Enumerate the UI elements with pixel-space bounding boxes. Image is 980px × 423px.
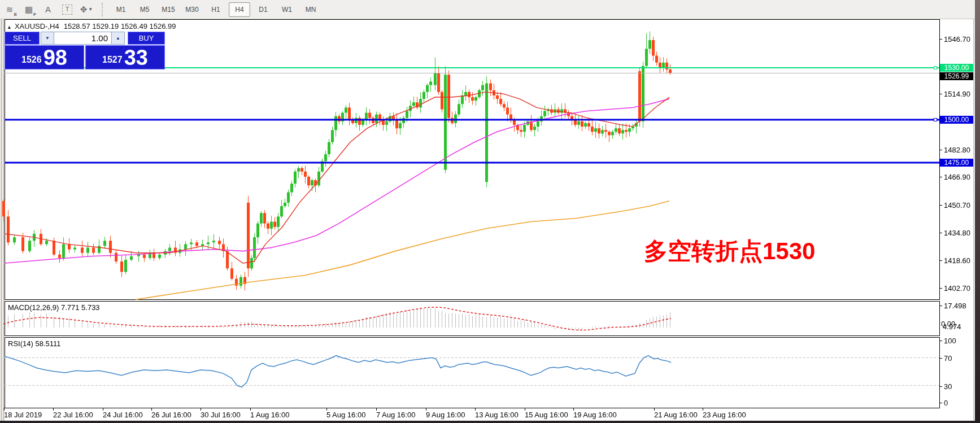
sell-price-display[interactable]: 1526 98 xyxy=(5,45,84,69)
mt4-terminal: ≋E▦FAT✥▼M1M5M15M30H1H4D1W1MN ▲XAUUSD-,H4… xyxy=(0,0,980,423)
collapse-trade-panel-icon[interactable]: ▲ xyxy=(7,24,12,30)
pattern-e-icon: ≋ xyxy=(6,5,14,15)
text-box-icon[interactable]: T xyxy=(58,2,76,18)
timeframe-w1-button[interactable]: W1 xyxy=(276,2,298,17)
price-tick-label: 1402.70 xyxy=(944,284,970,293)
main-toolbar: ≋E▦FAT✥▼M1M5M15M30H1H4D1W1MN xyxy=(0,0,975,19)
one-click-trading-panel: SELL ▼ ▲ BUY 1526 98 1527 33 xyxy=(5,32,165,69)
grid-f-icon-sub: F xyxy=(33,12,36,17)
price-tick-label: 1450.70 xyxy=(944,201,970,210)
rsi-level-label: 0 xyxy=(944,399,948,407)
time-axis-label: 30 Jul 16:00 xyxy=(201,411,241,419)
time-axis-label: 21 Aug 16:00 xyxy=(654,411,698,419)
sell-price-minor: 98 xyxy=(43,47,67,68)
time-axis-label: 18 Jul 2019 xyxy=(4,411,42,419)
rsi-level-label: 70 xyxy=(944,354,952,363)
level-1500-badge: 1500.00 xyxy=(940,116,973,124)
time-axis-label: 22 Jul 16:00 xyxy=(53,411,93,419)
buy-price-minor: 33 xyxy=(124,47,148,68)
time-axis-label: 13 Aug 16:00 xyxy=(475,411,519,419)
time-axis-label: 26 Jul 16:00 xyxy=(151,411,191,419)
timeframe-d1-button[interactable]: D1 xyxy=(252,2,274,17)
time-axis-label: 5 Aug 16:00 xyxy=(326,411,365,419)
buy-price-major: 1527 xyxy=(102,51,123,68)
ohlc-values: 1528.57 1529.19 1526.49 1526.99 xyxy=(64,22,176,30)
time-axis-label: 19 Aug 16:00 xyxy=(573,411,617,419)
price-tick-label: 1514.90 xyxy=(944,90,970,98)
grid-f-icon[interactable]: ▦F xyxy=(20,2,38,18)
price-tick-label: 1546.70 xyxy=(944,35,970,43)
timeframe-mn-button[interactable]: MN xyxy=(300,2,321,17)
time-axis-label: 24 Jul 16:00 xyxy=(103,411,143,419)
volume-up-stepper[interactable]: ▲ xyxy=(111,32,125,45)
text-label-icon: A xyxy=(45,5,51,14)
cursor-mode-icon: ✥ xyxy=(80,5,88,15)
time-axis-label: 23 Aug 16:00 xyxy=(703,411,746,419)
volume-down-stepper[interactable]: ▼ xyxy=(41,32,54,45)
buy-price-display[interactable]: 1527 33 xyxy=(85,45,165,69)
macd-axis-min: 4.974 xyxy=(943,322,961,331)
text-box-icon: T xyxy=(62,5,72,15)
time-axis-label: 1 Aug 16:00 xyxy=(250,411,289,419)
chart-title: ▲XAUUSD-,H41528.57 1529.19 1526.49 1526.… xyxy=(7,22,176,30)
time-axis-label: 15 Aug 16:00 xyxy=(525,411,568,419)
price-tick-label: 1482.80 xyxy=(944,146,970,154)
timeframe-m1-button[interactable]: M1 xyxy=(110,2,132,17)
cursor-mode-icon[interactable]: ✥▼ xyxy=(77,2,95,18)
text-label-icon[interactable]: A xyxy=(39,2,57,18)
grid-f-icon: ▦ xyxy=(25,5,33,15)
timeframe-m30-button[interactable]: M30 xyxy=(181,2,203,17)
sell-price-major: 1526 xyxy=(21,51,42,68)
rsi-level-label: 100 xyxy=(944,337,956,345)
timeframe-m15-button[interactable]: M15 xyxy=(158,2,179,17)
price-tick-label: 1466.90 xyxy=(944,173,970,181)
dropdown-caret-icon[interactable]: ▼ xyxy=(88,7,93,12)
sell-button[interactable]: SELL xyxy=(5,32,40,45)
pattern-e-icon[interactable]: ≋E xyxy=(1,2,19,18)
timeframe-h1-button[interactable]: H1 xyxy=(205,2,227,17)
level-1475-badge: 1475.00 xyxy=(940,159,973,167)
chart-text-annotation: 多空转折点1530 xyxy=(644,236,815,267)
rsi-indicator-label: RSI(14) 58.5111 xyxy=(8,339,60,348)
toolbar-separator xyxy=(102,3,106,16)
timeframe-m5-button[interactable]: M5 xyxy=(134,2,155,17)
pattern-e-icon-sub: E xyxy=(14,12,17,17)
symbol-label: XAUUSD-,H4 xyxy=(15,22,59,30)
macd-indicator-label: MACD(12,26,9) 7.771 5.733 xyxy=(8,303,100,312)
bid-price-badge: 1526.99 xyxy=(940,72,973,80)
time-axis-label: 7 Aug 16:00 xyxy=(376,411,415,419)
price-tick-label: 1434.80 xyxy=(944,229,970,237)
timeframe-h4-button[interactable]: H4 xyxy=(229,2,250,17)
volume-input[interactable] xyxy=(54,32,111,45)
buy-button[interactable]: BUY xyxy=(128,32,165,45)
price-tick-label: 1418.60 xyxy=(944,256,970,265)
macd-axis-max: 17.498 xyxy=(944,302,966,310)
rsi-level-label: 30 xyxy=(944,382,952,391)
level-1530-badge: 1530.00 xyxy=(940,64,973,72)
time-axis-label: 9 Aug 16:00 xyxy=(426,411,465,419)
